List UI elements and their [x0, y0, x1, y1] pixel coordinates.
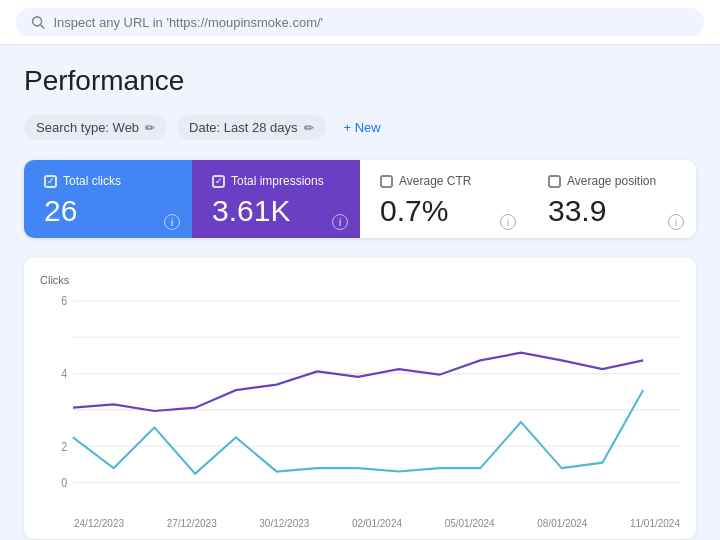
total-clicks-value: 26 — [44, 194, 172, 228]
search-type-filter[interactable]: Search type: Web ✏ — [24, 115, 167, 140]
search-icon — [30, 14, 45, 30]
page-title: Performance — [24, 65, 696, 97]
date-filter[interactable]: Date: Last 28 days ✏ — [177, 115, 325, 140]
svg-line-1 — [41, 25, 45, 29]
svg-text:6: 6 — [61, 295, 67, 308]
new-button[interactable]: + New — [336, 115, 389, 140]
svg-text:0: 0 — [61, 476, 67, 489]
average-position-checkbox[interactable] — [548, 175, 561, 188]
purple-line — [73, 353, 643, 411]
svg-text:4: 4 — [61, 367, 67, 380]
blue-line — [73, 390, 643, 474]
metric-total-impressions: Total impressions 3.61K i — [192, 160, 360, 238]
metric-average-position: Average position 33.9 i — [528, 160, 696, 238]
top-bar — [0, 0, 720, 45]
total-clicks-info-icon[interactable]: i — [164, 214, 180, 230]
metrics-row: Total clicks 26 i Total impressions 3.61… — [24, 160, 696, 238]
search-type-label: Search type: Web — [36, 120, 139, 135]
search-bar[interactable] — [16, 8, 704, 36]
average-position-label: Average position — [567, 174, 656, 188]
new-button-label: + New — [344, 120, 381, 135]
average-ctr-value: 0.7% — [380, 194, 508, 228]
x-label-6: 11/01/2024 — [630, 518, 680, 529]
total-impressions-checkbox[interactable] — [212, 175, 225, 188]
average-position-value: 33.9 — [548, 194, 676, 228]
x-label-2: 30/12/2023 — [259, 518, 309, 529]
chart-y-label: Clicks — [40, 274, 680, 286]
total-clicks-checkbox[interactable] — [44, 175, 57, 188]
x-axis-labels: 24/12/2023 27/12/2023 30/12/2023 02/01/2… — [40, 514, 680, 529]
total-impressions-label: Total impressions — [231, 174, 324, 188]
date-edit-icon: ✏ — [304, 121, 314, 135]
average-ctr-info-icon[interactable]: i — [500, 214, 516, 230]
total-impressions-value: 3.61K — [212, 194, 340, 228]
metric-total-clicks: Total clicks 26 i — [24, 160, 192, 238]
svg-text:2: 2 — [61, 440, 67, 453]
average-ctr-checkbox[interactable] — [380, 175, 393, 188]
average-ctr-label: Average CTR — [399, 174, 471, 188]
x-label-1: 27/12/2023 — [167, 518, 217, 529]
chart-area: Clicks 6 4 2 0 24/12/2023 27/12/2023 30/… — [24, 258, 696, 539]
x-label-0: 24/12/2023 — [74, 518, 124, 529]
x-label-5: 08/01/2024 — [537, 518, 587, 529]
search-type-edit-icon: ✏ — [145, 121, 155, 135]
svg-point-0 — [33, 17, 42, 26]
date-label: Date: Last 28 days — [189, 120, 297, 135]
filter-row: Search type: Web ✏ Date: Last 28 days ✏ … — [24, 115, 696, 140]
metric-average-ctr: Average CTR 0.7% i — [360, 160, 528, 238]
total-clicks-label: Total clicks — [63, 174, 121, 188]
average-position-info-icon[interactable]: i — [668, 214, 684, 230]
main-content: Performance Search type: Web ✏ Date: Las… — [0, 45, 720, 540]
total-impressions-info-icon[interactable]: i — [332, 214, 348, 230]
url-search-input[interactable] — [53, 15, 690, 30]
x-label-4: 05/01/2024 — [445, 518, 495, 529]
x-label-3: 02/01/2024 — [352, 518, 402, 529]
performance-chart: 6 4 2 0 — [40, 290, 680, 510]
